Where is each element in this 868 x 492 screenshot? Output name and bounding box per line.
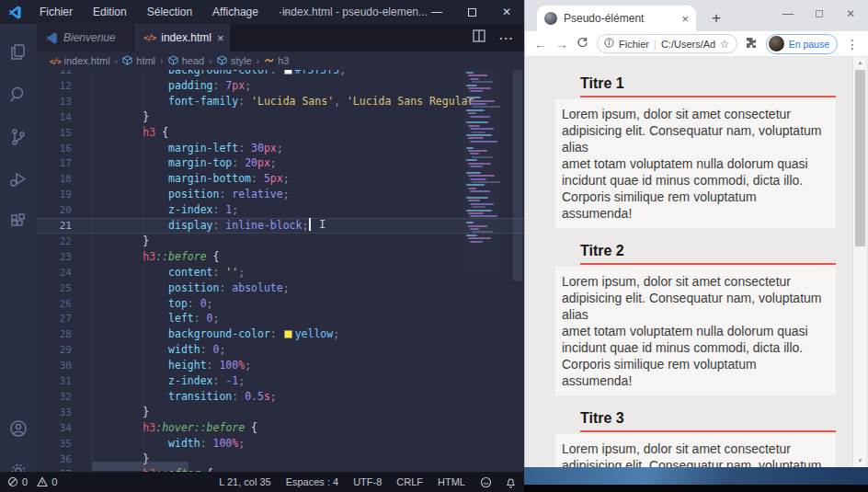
profile-pill[interactable]: En pause xyxy=(766,34,838,54)
breadcrumb-separator: › xyxy=(209,55,212,66)
status-item[interactable]: L 21, col 35 xyxy=(219,476,270,487)
status-bar: 0 0 L 21, col 35Espaces : 4UTF-8CRLFHTML xyxy=(0,472,524,492)
code-line[interactable]: 16margin-left: 30px; xyxy=(37,141,524,156)
menu-item[interactable]: Fichier xyxy=(31,0,81,24)
code-line[interactable]: 29width: 0; xyxy=(37,342,524,358)
errors-icon[interactable] xyxy=(7,476,18,487)
search-icon[interactable] xyxy=(0,74,37,116)
code-line[interactable]: 31z-index: -1; xyxy=(37,373,524,389)
code-line[interactable]: 20z-index: 1; xyxy=(37,202,524,218)
errors-count[interactable]: 0 xyxy=(22,476,28,487)
html-file-icon: </> xyxy=(143,33,155,42)
code-line[interactable]: 32transition: 0.5s; xyxy=(37,389,524,405)
code-line[interactable]: 28background-color: yellow; xyxy=(37,326,524,342)
code-line[interactable]: 18margin-bottom: 5px; xyxy=(37,171,524,187)
code-line[interactable]: 13font-family: 'Lucida Sans', 'Lucida Sa… xyxy=(37,94,524,109)
explorer-icon[interactable] xyxy=(0,31,37,74)
breadcrumb-item[interactable]: html xyxy=(122,55,155,67)
status-item[interactable]: UTF-8 xyxy=(353,476,382,487)
address-bar[interactable]: Fichier | C:/Users/Ad... ☆ xyxy=(597,34,737,53)
code-line[interactable]: 22} xyxy=(37,234,524,249)
code-line[interactable]: 34h3:hover::before { xyxy=(37,420,524,436)
more-actions-icon[interactable]: ⋯ xyxy=(498,29,513,47)
warnings-icon[interactable] xyxy=(37,476,48,487)
reload-icon[interactable] xyxy=(577,37,588,51)
scroll-up-icon[interactable]: ▲ xyxy=(853,57,867,69)
split-editor-icon[interactable] xyxy=(473,29,485,46)
code-line[interactable]: 15h3 { xyxy=(37,125,524,141)
browser-minimize-button[interactable]: — xyxy=(772,0,804,28)
editor-horizontal-scrollbar[interactable] xyxy=(92,462,188,471)
browser-scrollbar[interactable]: ▲ ▼ xyxy=(852,57,866,467)
code-line[interactable]: 14} xyxy=(37,109,524,125)
extensions-puzzle-icon[interactable] xyxy=(746,36,758,52)
browser-tab-close-icon[interactable]: × xyxy=(681,12,689,26)
window-title: index.html - pseudo-elemen... xyxy=(268,6,441,18)
account-icon[interactable] xyxy=(0,407,37,450)
scroll-down-icon[interactable]: ▼ xyxy=(853,455,867,467)
mouse-ibeam-cursor: I xyxy=(318,218,326,232)
code-line[interactable]: 30height: 100%; xyxy=(37,358,524,373)
breadcrumb-item[interactable]: </>index.html xyxy=(50,55,110,66)
status-item[interactable]: HTML xyxy=(438,476,465,487)
breadcrumb-label: html xyxy=(136,55,155,66)
run-debug-icon[interactable] xyxy=(0,158,37,200)
source-control-icon[interactable] xyxy=(0,116,37,158)
breadcrumb-item[interactable]: style xyxy=(217,55,252,67)
minimize-button[interactable]: — xyxy=(419,0,454,24)
code-line[interactable]: 35width: 100%; xyxy=(37,436,524,452)
cube-icon xyxy=(168,55,178,67)
tab-close-icon[interactable]: × xyxy=(217,31,224,45)
feedback-icon[interactable] xyxy=(480,476,492,488)
section-title: Titre 1 xyxy=(580,75,836,97)
code-line[interactable]: 25position: absolute; xyxy=(37,280,524,296)
code-line[interactable]: 26top: 0; xyxy=(37,296,524,312)
code-line[interactable]: 33} xyxy=(37,405,524,420)
code-editor[interactable]: 11background-color: #f5f5f5;12padding: 7… xyxy=(37,70,524,472)
tab-index-html[interactable]: </> index.html × xyxy=(134,24,230,51)
site-info-icon[interactable] xyxy=(604,38,614,50)
warnings-count[interactable]: 0 xyxy=(51,476,57,487)
status-item[interactable]: Espaces : 4 xyxy=(286,476,338,487)
address-prefix: Fichier xyxy=(619,39,649,50)
code-line[interactable]: 19position: relative; xyxy=(37,187,524,202)
extensions-icon[interactable] xyxy=(0,200,37,243)
back-icon[interactable]: ← xyxy=(534,38,547,51)
tab-bienvenue[interactable]: Bienvenue xyxy=(37,24,134,51)
notifications-bell-icon[interactable] xyxy=(505,476,517,488)
breadcrumb-separator: › xyxy=(160,55,164,66)
minimap[interactable] xyxy=(463,70,498,272)
browser-menu-kebab-icon[interactable]: ⋮ xyxy=(846,37,859,51)
code-line[interactable]: 24content: ''; xyxy=(37,265,524,280)
status-item[interactable]: CRLF xyxy=(396,476,423,487)
forward-icon[interactable]: → xyxy=(555,38,568,51)
editor-tab-bar: Bienvenue </> index.html × ⋯ xyxy=(37,24,524,51)
browser-toolbar: ← → Fichier | C:/Users/Ad... ☆ En pause xyxy=(525,31,868,57)
browser-maximize-button[interactable] xyxy=(804,0,835,28)
close-button[interactable]: ✕ xyxy=(489,0,524,24)
editor-vertical-scrollbar[interactable] xyxy=(513,70,522,281)
section-title: Titre 2 xyxy=(580,243,836,265)
code-line[interactable]: 17margin-top: 20px; xyxy=(37,155,524,171)
new-tab-button[interactable]: + xyxy=(705,7,727,29)
code-line[interactable]: 23h3::before { xyxy=(37,249,524,265)
text-cursor xyxy=(309,218,311,231)
menu-item[interactable]: Edition xyxy=(85,0,135,24)
code-line[interactable]: 27left: 0; xyxy=(37,311,524,326)
browser-close-button[interactable]: ✕ xyxy=(835,0,866,28)
section-paragraph: Lorem ipsum, dolor sit amet consectetura… xyxy=(555,434,836,467)
breadcrumb-label: index.html xyxy=(63,55,109,66)
menu-item[interactable]: Affichage xyxy=(204,0,267,24)
bookmark-star-icon[interactable]: ☆ xyxy=(720,38,730,51)
breadcrumb-item[interactable]: head xyxy=(168,55,204,67)
browser-tab-title: Pseudo-élément xyxy=(564,12,675,25)
maximize-button[interactable] xyxy=(454,0,489,24)
scrollbar-thumb[interactable] xyxy=(855,70,865,246)
code-line[interactable]: 21display: inline-block; xyxy=(37,218,524,234)
rendered-page: Titre 1Lorem ipsum, dolor sit amet conse… xyxy=(555,61,836,467)
breadcrumb-item[interactable]: h3 xyxy=(264,55,289,67)
menu-item[interactable]: Sélection xyxy=(139,0,200,24)
code-line[interactable]: 12padding: 7px; xyxy=(37,78,524,94)
code-line[interactable]: 11background-color: #f5f5f5; xyxy=(37,70,524,78)
browser-tab[interactable]: Pseudo-élément × xyxy=(537,6,696,31)
